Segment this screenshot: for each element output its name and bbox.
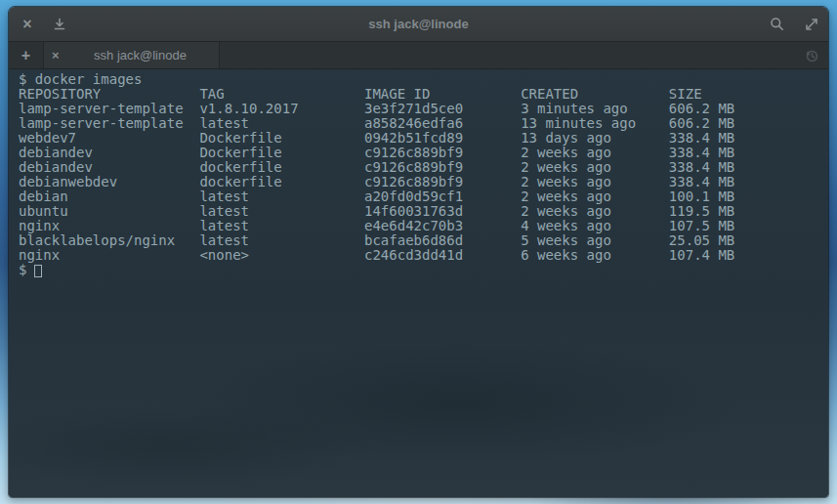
tabbar-spacer <box>220 42 795 68</box>
tab-label: ssh jack@linode <box>69 48 211 63</box>
download-icon <box>53 18 66 31</box>
close-button[interactable]: × <box>17 14 38 35</box>
tab-close-button[interactable]: × <box>52 48 69 63</box>
titlebar-left-controls: × <box>9 14 70 35</box>
terminal-prompt-line: $ <box>19 263 818 277</box>
history-button[interactable] <box>795 42 828 68</box>
expand-icon <box>805 18 818 31</box>
expand-button[interactable] <box>801 14 822 35</box>
terminal-cursor <box>34 265 42 277</box>
terminal-output: $ docker images REPOSITORY TAG IMAGE ID … <box>19 72 818 263</box>
search-icon <box>770 17 784 31</box>
tab-ssh-jack-linode[interactable]: × ssh jack@linode <box>44 42 220 68</box>
tab-bar: + × ssh jack@linode <box>9 42 828 69</box>
titlebar[interactable]: × ssh jack@linode <box>9 7 828 42</box>
terminal-window: × ssh jack@linode <box>8 6 829 498</box>
window-title: ssh jack@linode <box>9 17 828 31</box>
titlebar-right-controls <box>766 14 828 35</box>
search-button[interactable] <box>766 14 787 35</box>
download-button[interactable] <box>49 14 70 35</box>
terminal-pane[interactable]: $ docker images REPOSITORY TAG IMAGE ID … <box>9 69 828 497</box>
history-icon <box>804 48 819 63</box>
desktop-wallpaper: { "titlebar": { "title": "ssh jack@linod… <box>0 0 837 504</box>
new-tab-button[interactable]: + <box>9 42 44 68</box>
prompt-symbol: $ <box>19 263 26 277</box>
